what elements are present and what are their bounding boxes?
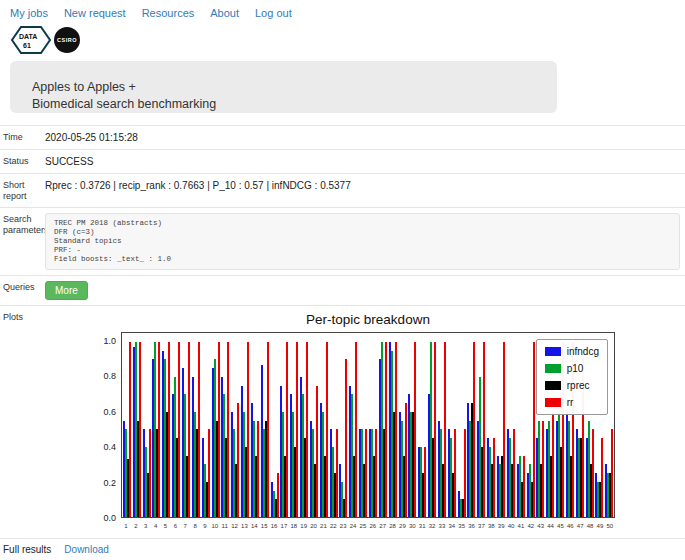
x-tick-label: 26: [368, 520, 378, 533]
bar-group: [516, 333, 526, 517]
bar-rr: [149, 429, 151, 517]
search-param-line: TREC PM 2018 (abstracts): [54, 219, 671, 228]
bar-rr: [464, 429, 466, 517]
x-tick-label: 19: [299, 520, 309, 533]
row-queries: Queries More: [0, 275, 685, 305]
nav-my-jobs[interactable]: My jobs: [10, 7, 48, 19]
bar-rr: [434, 342, 436, 517]
legend-entry: rr: [545, 396, 599, 409]
bar-group: [368, 333, 378, 517]
row-plots: Plots Per-topic breakdown 0.00.20.40.60.…: [0, 305, 685, 538]
bar-group: [161, 333, 171, 517]
x-tick-label: 37: [477, 520, 487, 533]
x-tick-label: 3: [141, 520, 151, 533]
bar-group: [250, 333, 260, 517]
x-tick-label: 46: [565, 520, 575, 533]
top-nav: My jobs New request Resources About Log …: [0, 0, 685, 23]
detail-rows: Time 2020-05-25 01:15:28 Status SUCCESS …: [0, 125, 685, 538]
page: My jobs New request Resources About Log …: [0, 0, 685, 560]
bar-group: [348, 333, 358, 517]
search-parameters-label: Search parameters: [3, 213, 45, 236]
queries-more-button[interactable]: More: [45, 281, 88, 300]
legend-entry: rprec: [545, 379, 599, 392]
status-value: SUCCESS: [45, 155, 685, 168]
x-tick-label: 49: [595, 520, 605, 533]
bar-group: [417, 333, 427, 517]
legend-swatch-rr: [545, 398, 561, 407]
bar-rr: [355, 342, 357, 517]
x-tick-label: 39: [496, 520, 506, 533]
bar-rr: [414, 342, 416, 517]
bar-rr: [454, 429, 456, 517]
bar-group: [132, 333, 142, 517]
bar-group: [398, 333, 408, 517]
bar-rr: [168, 342, 170, 517]
bar-rr: [277, 473, 279, 517]
x-tick-label: 11: [220, 520, 230, 533]
x-tick-label: 45: [556, 520, 566, 533]
x-tick-label: 34: [447, 520, 457, 533]
bar-group: [457, 333, 467, 517]
bar-rr: [267, 342, 269, 517]
bar-group: [230, 333, 240, 517]
bar-rr: [405, 403, 407, 517]
bar-rr: [296, 342, 298, 517]
x-tick-label: 29: [398, 520, 408, 533]
svg-text:DATA: DATA: [19, 33, 37, 40]
bar-rr: [129, 342, 131, 517]
bar-rr: [286, 342, 288, 517]
x-tick-label: 1: [121, 520, 131, 533]
x-tick-label: 16: [269, 520, 279, 533]
bar-group: [437, 333, 447, 517]
nav-log-out[interactable]: Log out: [255, 7, 292, 19]
row-time: Time 2020-05-25 01:15:28: [0, 125, 685, 149]
x-tick-label: 4: [151, 520, 161, 533]
bar-rr: [611, 429, 613, 517]
y-tick-label: 0.6: [93, 407, 116, 417]
bar-rr: [493, 438, 495, 517]
bar-group: [289, 333, 299, 517]
chart-title: Per-topic breakdown: [121, 313, 615, 326]
x-axis: 1234567891011121314151617181920212223242…: [121, 518, 615, 533]
bar-rr: [592, 429, 594, 517]
nav-about[interactable]: About: [210, 7, 239, 19]
bar-group: [496, 333, 506, 517]
bar-group: [447, 333, 457, 517]
bar-group: [476, 333, 486, 517]
nav-resources[interactable]: Resources: [142, 7, 195, 19]
bar-group: [299, 333, 309, 517]
bar-group: [319, 333, 329, 517]
download-link[interactable]: Download: [64, 544, 108, 555]
queries-label: Queries: [3, 281, 45, 293]
bar-group: [280, 333, 290, 517]
row-search-parameters: Search parameters TREC PM 2018 (abstract…: [0, 207, 685, 275]
short-report-value: Rprec : 0.3726 | recip_rank : 0.7663 | P…: [45, 179, 685, 192]
x-tick-label: 47: [575, 520, 585, 533]
bar-group: [407, 333, 417, 517]
x-tick-label: 44: [546, 520, 556, 533]
x-tick-label: 14: [249, 520, 259, 533]
x-tick-label: 27: [378, 520, 388, 533]
bar-rr: [533, 342, 535, 517]
full-results-label: Full results: [3, 544, 51, 555]
row-status: Status SUCCESS: [0, 149, 685, 173]
x-tick-label: 31: [417, 520, 427, 533]
csiro-logo: CSIRO: [54, 27, 80, 53]
data61-logo: DATA 61: [10, 25, 52, 55]
bar-rr: [306, 342, 308, 517]
bar-rr: [523, 456, 525, 517]
plots-label: Plots: [3, 311, 45, 323]
csiro-logo-text: CSIRO: [57, 37, 77, 43]
bar-group: [526, 333, 536, 517]
chart-legend: infndcgp10rprecrr: [536, 339, 608, 415]
bar-group: [220, 333, 230, 517]
x-tick-label: 12: [230, 520, 240, 533]
nav-new-request[interactable]: New request: [64, 7, 126, 19]
bar-group: [191, 333, 201, 517]
svg-text:61: 61: [23, 42, 31, 49]
search-param-line: Standard topics: [54, 237, 671, 246]
x-tick-label: 33: [437, 520, 447, 533]
bar-rr: [385, 342, 387, 517]
bar-group: [486, 333, 496, 517]
x-tick-label: 6: [170, 520, 180, 533]
